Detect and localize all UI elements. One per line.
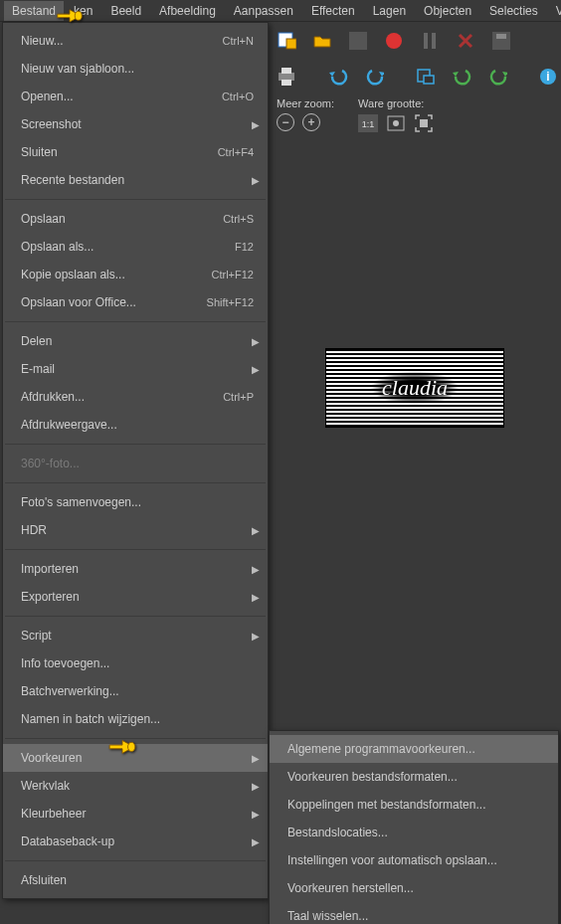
menu-item[interactable]: Kleurbeheer▶ [3, 800, 268, 828]
menu-separator [5, 549, 266, 550]
menubar-item[interactable]: Lagen [365, 1, 414, 21]
menu-item-label: Koppelingen met bestandsformaten... [287, 798, 544, 812]
menu-item[interactable]: Batchverwerking... [3, 677, 268, 705]
menu-item[interactable]: Afsluiten [3, 866, 268, 894]
menu-item-shortcut: Ctrl+F12 [202, 269, 255, 280]
menu-item[interactable]: Kopie opslaan als...Ctrl+F12 [3, 261, 268, 288]
menu-item-label: Nieuw van sjabloon... [21, 62, 254, 76]
menu-item-shortcut: Ctrl+O [212, 91, 254, 102]
menu-item-label: Opslaan voor Office... [21, 295, 197, 309]
menu-item-label: Delen [21, 334, 254, 348]
menu-item[interactable]: Voorkeuren bestandsformaten... [270, 763, 558, 791]
menu-item[interactable]: Taal wisselen... [270, 902, 558, 924]
stop-icon[interactable] [348, 31, 368, 51]
menu-item[interactable]: Afdrukken...Ctrl+P [3, 383, 268, 411]
menu-item-shortcut: Ctrl+S [213, 213, 254, 225]
undo-icon[interactable] [328, 67, 348, 87]
menu-item-label: Namen in batch wijzigen... [21, 712, 254, 726]
menu-item[interactable]: Werkvlak▶ [3, 772, 268, 800]
chevron-right-icon: ▶ [252, 592, 260, 603]
menubar-item[interactable]: Aanpassen [226, 1, 301, 21]
svg-rect-13 [424, 76, 434, 84]
svg-rect-20 [420, 119, 428, 127]
menu-item[interactable]: Foto's samenvoegen... [3, 488, 268, 516]
svg-text:i: i [546, 70, 549, 84]
svg-text:1:1: 1:1 [362, 119, 375, 129]
menu-item[interactable]: Databaseback-up▶ [3, 828, 268, 855]
redo-icon[interactable] [364, 67, 384, 87]
chevron-right-icon: ▶ [252, 364, 260, 375]
menu-item-label: Databaseback-up [21, 834, 254, 848]
one-to-one-icon[interactable]: 1:1 [358, 113, 378, 133]
chevron-right-icon: ▶ [252, 175, 260, 186]
zoom-out-button[interactable]: − [277, 113, 294, 131]
menu-item[interactable]: Koppelingen met bestandsformaten... [270, 791, 558, 819]
svg-rect-11 [281, 80, 291, 86]
menubar-item[interactable]: Afbeelding [151, 1, 224, 21]
menu-item[interactable]: Openen...Ctrl+O [3, 83, 268, 110]
menu-item[interactable]: Delen▶ [3, 327, 268, 355]
actual-size-label: Ware grootte: [358, 97, 424, 109]
menu-item[interactable]: Instellingen voor automatisch opslaan... [270, 846, 558, 874]
new-tab-icon[interactable] [277, 31, 296, 51]
menu-item[interactable]: Afdrukweergave... [3, 411, 268, 439]
menubar-item[interactable]: Bestand [4, 1, 64, 21]
menu-item[interactable]: SluitenCtrl+F4 [3, 138, 268, 166]
menu-item[interactable]: Exporteren▶ [3, 583, 268, 611]
redo-green-icon[interactable] [487, 67, 507, 87]
menu-item[interactable]: HDR▶ [3, 516, 268, 544]
menu-item[interactable]: Recente bestanden▶ [3, 166, 268, 194]
menu-item[interactable]: Nieuw...Ctrl+N [3, 27, 268, 55]
menu-item[interactable]: Voorkeuren▶ [3, 744, 268, 772]
menu-item-label: Afsluiten [21, 873, 254, 887]
zoom-label: Meer zoom: [277, 97, 334, 109]
chevron-right-icon: ▶ [252, 753, 260, 764]
resize-icon[interactable] [416, 67, 436, 87]
menu-separator [5, 616, 266, 617]
menu-item-label: Foto's samenvoegen... [21, 495, 254, 509]
menu-item-label: Exporteren [21, 590, 254, 604]
menu-item[interactable]: OpslaanCtrl+S [3, 205, 268, 233]
open-folder-icon[interactable] [312, 31, 332, 51]
menu-item[interactable]: Importeren▶ [3, 555, 268, 583]
menubar-item[interactable]: Effecten [303, 1, 363, 21]
chevron-right-icon: ▶ [252, 119, 260, 130]
menu-item[interactable]: Opslaan voor Office...Shift+F12 [3, 288, 268, 316]
menu-item[interactable]: Voorkeuren herstellen... [270, 874, 558, 902]
menu-item[interactable]: Script▶ [3, 622, 268, 649]
menu-item[interactable]: E-mail▶ [3, 355, 268, 383]
menu-item-label: Kleurbeheer [21, 807, 254, 821]
menu-item-shortcut: Ctrl+N [213, 35, 254, 47]
menu-item[interactable]: Screenshot▶ [3, 110, 268, 138]
menu-item[interactable]: Info toevoegen... [3, 649, 268, 677]
print-icon[interactable] [277, 67, 296, 87]
close-icon[interactable] [456, 31, 475, 51]
menu-item-label: 360°-foto... [21, 457, 254, 470]
logo-image: claudia [325, 348, 504, 428]
menu-item-shortcut: Ctrl+P [213, 391, 254, 403]
menubar-item[interactable]: Beeld [102, 1, 149, 21]
menu-item[interactable]: Opslaan als...F12 [3, 233, 268, 261]
menu-item-label: Voorkeuren bestandsformaten... [287, 770, 544, 784]
menubar-item[interactable]: Objecten [416, 1, 479, 21]
zoom-in-button[interactable]: + [302, 113, 320, 131]
menu-item[interactable]: Nieuw van sjabloon... [3, 55, 268, 83]
menu-item[interactable]: Algemene programmavoorkeuren... [270, 735, 558, 763]
menu-item-label: Screenshot [21, 117, 254, 131]
svg-rect-3 [349, 32, 367, 50]
menu-separator [5, 199, 266, 200]
chevron-right-icon: ▶ [252, 564, 260, 575]
chevron-right-icon: ▶ [252, 809, 260, 820]
undo-green-icon[interactable] [452, 67, 471, 87]
pause-icon[interactable] [420, 31, 440, 51]
fullscreen-icon[interactable] [414, 113, 434, 133]
menubar-item[interactable]: ken [66, 1, 100, 21]
record-icon[interactable] [384, 31, 404, 51]
menubar-item[interactable]: Vens [548, 1, 561, 21]
save-icon[interactable] [491, 31, 511, 51]
menu-item[interactable]: Bestandslocaties... [270, 819, 558, 846]
menubar-item[interactable]: Selecties [481, 1, 546, 21]
fit-screen-icon[interactable] [386, 113, 406, 133]
info-icon[interactable]: i [539, 67, 557, 87]
menu-item[interactable]: Namen in batch wijzigen... [3, 705, 268, 733]
